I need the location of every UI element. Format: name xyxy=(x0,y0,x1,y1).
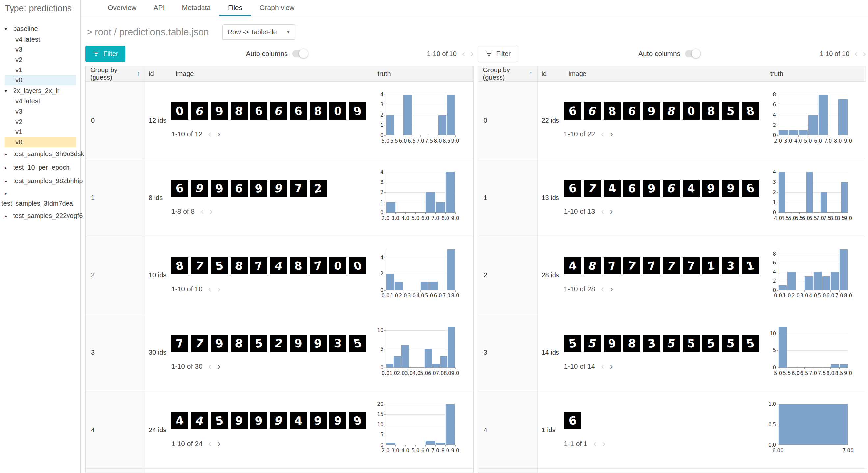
mnist-image[interactable]: 8 xyxy=(603,102,621,120)
mnist-image[interactable]: 9 xyxy=(270,412,287,429)
next-images-icon[interactable]: › xyxy=(217,131,220,137)
mnist-image[interactable]: 0 xyxy=(349,257,366,274)
prev-images-icon[interactable]: ‹ xyxy=(209,131,211,137)
mnist-image[interactable]: 9 xyxy=(643,102,660,120)
mnist-image[interactable]: 6 xyxy=(742,180,759,197)
tree-item-2x_layers_2x_lr[interactable]: ▾2x_layers_2x_lr xyxy=(5,85,80,96)
mnist-image[interactable]: 9 xyxy=(702,180,719,197)
next-images-icon[interactable]: › xyxy=(610,208,613,215)
tree-collapsed-arrow-icon[interactable]: ▸ xyxy=(5,165,9,170)
mnist-image[interactable]: 6 xyxy=(270,102,287,120)
tree-version-v2[interactable]: v2 xyxy=(5,55,76,65)
next-page-icon[interactable]: › xyxy=(470,50,473,57)
next-images-icon[interactable]: › xyxy=(610,131,613,137)
mnist-image[interactable]: 7 xyxy=(584,180,601,197)
auto-columns-toggle[interactable] xyxy=(685,50,700,57)
header-id[interactable]: id xyxy=(538,66,564,81)
mnist-image[interactable]: 6 xyxy=(290,102,307,120)
mnist-image[interactable]: 6 xyxy=(584,102,601,120)
prev-images-icon[interactable]: ‹ xyxy=(601,286,604,292)
tab-metadata[interactable]: Metadata xyxy=(173,0,219,16)
header-group-by[interactable]: Group by (guess)↑ xyxy=(478,66,538,81)
header-image[interactable]: image xyxy=(564,66,767,81)
prev-page-icon[interactable]: ‹ xyxy=(855,50,858,57)
mnist-image[interactable]: 9 xyxy=(603,335,621,352)
mnist-image[interactable]: 2 xyxy=(310,180,327,197)
tree-item-test_samples_3h9o3dsk[interactable]: ▸test_samples_3h9o3dsk xyxy=(5,147,80,161)
mnist-image[interactable]: 7 xyxy=(290,180,307,197)
tree-collapsed-arrow-icon[interactable]: ▸ xyxy=(5,191,9,196)
tree-version-v0[interactable]: v0 xyxy=(5,137,76,147)
mnist-image[interactable]: 9 xyxy=(643,180,660,197)
mnist-image[interactable]: 8 xyxy=(230,257,248,274)
mnist-image[interactable]: 9 xyxy=(310,412,327,429)
mnist-image[interactable]: 7 xyxy=(663,257,680,274)
tab-api[interactable]: API xyxy=(145,0,174,16)
mnist-image[interactable]: 4 xyxy=(191,412,208,429)
mnist-image[interactable]: 9 xyxy=(349,412,366,429)
mnist-image[interactable]: 9 xyxy=(230,412,248,429)
mnist-image[interactable]: 1 xyxy=(702,257,719,274)
mnist-image[interactable]: 9 xyxy=(290,335,307,352)
mnist-image[interactable]: 6 xyxy=(564,180,581,197)
mnist-image[interactable]: 5 xyxy=(211,412,228,429)
auto-columns-toggle[interactable] xyxy=(292,50,307,57)
mnist-image[interactable]: 0 xyxy=(683,102,700,120)
mnist-image[interactable]: 5 xyxy=(683,335,700,352)
mnist-image[interactable]: 6 xyxy=(623,180,641,197)
mnist-image[interactable]: 7 xyxy=(310,257,327,274)
prev-images-icon[interactable]: ‹ xyxy=(200,208,204,215)
mnist-image[interactable]: 8 xyxy=(230,102,248,120)
mnist-image[interactable]: 6 xyxy=(250,102,268,120)
tree-collapsed-arrow-icon[interactable]: ▸ xyxy=(5,213,9,219)
mnist-image[interactable]: 9 xyxy=(349,102,366,120)
tree-item-test_10_per_epoch[interactable]: ▸test_10_per_epoch xyxy=(5,161,80,174)
mnist-image[interactable]: 9 xyxy=(270,180,287,197)
mnist-image[interactable]: 9 xyxy=(211,180,228,197)
header-group-by[interactable]: Group by (guess)↑ xyxy=(86,66,145,81)
tree-item-label[interactable]: test_samples_3fdm7dea xyxy=(1,199,80,209)
mnist-image[interactable]: 4 xyxy=(603,180,621,197)
mnist-image[interactable]: 8 xyxy=(171,257,188,274)
mnist-image[interactable]: 7 xyxy=(191,257,208,274)
prev-images-icon[interactable]: ‹ xyxy=(593,440,596,447)
mnist-image[interactable]: 0 xyxy=(329,257,346,274)
mnist-image[interactable]: 5 xyxy=(250,335,268,352)
prev-page-icon[interactable]: ‹ xyxy=(462,50,465,57)
prev-images-icon[interactable]: ‹ xyxy=(209,286,211,292)
tree-version-v1[interactable]: v1 xyxy=(5,127,76,137)
mnist-image[interactable]: 7 xyxy=(603,257,621,274)
tree-version-v0[interactable]: v0 xyxy=(5,75,76,85)
mnist-image[interactable]: 5 xyxy=(722,102,739,120)
tree-item-baseline[interactable]: ▾baseline xyxy=(5,23,80,34)
mnist-image[interactable]: 2 xyxy=(270,335,287,352)
tree-version-v1[interactable]: v1 xyxy=(5,65,76,75)
mnist-image[interactable]: 5 xyxy=(742,335,759,352)
tree-collapsed-arrow-icon[interactable]: ▸ xyxy=(5,179,9,184)
tree-expanded-arrow-icon[interactable]: ▾ xyxy=(5,26,9,32)
mnist-image[interactable]: 3 xyxy=(329,335,346,352)
tree-version-v3[interactable]: v3 xyxy=(5,45,76,55)
sort-ascending-icon[interactable]: ↑ xyxy=(529,70,533,78)
tree-version-v3[interactable]: v3 xyxy=(5,107,76,117)
filter-button[interactable]: Filter xyxy=(85,46,125,62)
mnist-image[interactable]: 1 xyxy=(742,257,759,274)
next-page-icon[interactable]: › xyxy=(863,50,866,57)
mnist-image[interactable]: 5 xyxy=(722,335,739,352)
tree-item-test_samples_222yogf6[interactable]: ▸test_samples_222yogf6 xyxy=(5,209,80,223)
next-images-icon[interactable]: › xyxy=(217,363,220,369)
tree-version-v2[interactable]: v2 xyxy=(5,117,76,127)
mnist-image[interactable]: 8 xyxy=(290,257,307,274)
mnist-image[interactable]: 4 xyxy=(270,257,287,274)
mnist-image[interactable]: 6 xyxy=(564,102,581,120)
mnist-image[interactable]: 6 xyxy=(171,180,188,197)
mnist-image[interactable]: 9 xyxy=(250,412,268,429)
tree-version-v4-latest[interactable]: v4 latest xyxy=(5,34,76,45)
mnist-image[interactable]: 4 xyxy=(564,257,581,274)
mnist-image[interactable]: 6 xyxy=(230,180,248,197)
tree-version-v4-latest[interactable]: v4 latest xyxy=(5,96,76,107)
next-images-icon[interactable]: › xyxy=(217,286,220,292)
mnist-image[interactable]: 4 xyxy=(171,412,188,429)
tree-item-test_samples_3fdm7dea[interactable]: ▸ xyxy=(5,188,80,199)
header-truth[interactable]: truth xyxy=(767,66,866,81)
